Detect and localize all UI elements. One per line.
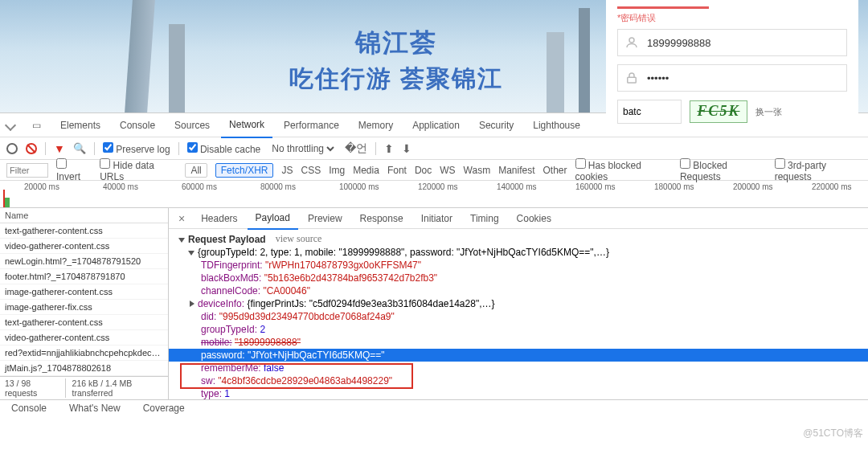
payload-field[interactable]: did: "995d9d39d23494770bdcde7068af24a9" xyxy=(169,310,868,323)
request-item[interactable]: image-gatherer-content.css xyxy=(0,284,168,300)
tab-security[interactable]: Security xyxy=(471,113,522,137)
payload-field[interactable]: sw: "4c8bf36cdcbe28929e04863ab4498229" xyxy=(169,374,868,387)
hide-data-urls-checkbox[interactable]: Hide data URLs xyxy=(100,158,177,182)
timeline-marker xyxy=(3,190,5,207)
network-timeline[interactable]: 20000 ms 40000 ms 60000 ms 80000 ms 1000… xyxy=(0,181,868,208)
search-icon[interactable]: 🔍 xyxy=(73,142,86,154)
type-all[interactable]: All xyxy=(185,163,207,178)
tab-elements[interactable]: Elements xyxy=(52,113,108,137)
tab-network[interactable]: Network xyxy=(221,112,272,138)
tab-memory[interactable]: Memory xyxy=(350,113,401,137)
type-css[interactable]: CSS xyxy=(301,165,321,176)
payload-field[interactable]: mobile: "18999998888" xyxy=(169,336,868,349)
tab-timing[interactable]: Timing xyxy=(462,208,507,229)
type-font[interactable]: Font xyxy=(387,165,407,176)
devtools-panel: ▭ Elements Console Sources Network Perfo… xyxy=(0,112,868,419)
payload-field[interactable]: type: 1 xyxy=(169,387,868,399)
disable-cache-checkbox[interactable]: Disable cache xyxy=(187,142,261,155)
tab-cookies[interactable]: Cookies xyxy=(509,208,559,229)
tab-performance[interactable]: Performance xyxy=(276,113,347,137)
type-wasm[interactable]: Wasm xyxy=(464,165,491,176)
view-source-link[interactable]: view source xyxy=(276,233,322,245)
tab-lighthouse[interactable]: Lighthouse xyxy=(525,113,588,137)
payload-panel: × Headers Payload Preview Response Initi… xyxy=(169,208,868,399)
request-list: Name text-gatherer-content.cssvideo-gath… xyxy=(0,208,169,399)
phone-field-wrapper xyxy=(617,29,847,56)
request-item[interactable]: text-gatherer-content.css xyxy=(0,315,168,330)
blocked-requests-checkbox[interactable]: Blocked Requests xyxy=(680,158,767,182)
tab-headers[interactable]: Headers xyxy=(193,208,245,229)
record-button[interactable] xyxy=(6,143,18,154)
network-toolbar: ▼ 🔍 Preserve log Disable cache No thrott… xyxy=(0,137,868,160)
payload-field[interactable]: password: "JfYot+NjHbQacTYI6d5KMQ==" xyxy=(169,349,868,362)
type-manifest[interactable]: Manifest xyxy=(498,165,534,176)
tab-application[interactable]: Application xyxy=(404,113,468,137)
captcha-refresh-link[interactable]: 换一张 xyxy=(755,106,782,118)
lock-icon xyxy=(624,71,639,85)
wifi-icon[interactable]: �언 xyxy=(345,141,367,156)
type-fetch-xhr[interactable]: Fetch/XHR xyxy=(215,163,274,178)
svg-point-0 xyxy=(629,38,634,43)
payload-field[interactable]: groupTypeId: 2 xyxy=(169,323,868,336)
request-item[interactable]: image-gatherer-fix.css xyxy=(0,300,168,315)
hero-title-2: 吃住行游 荟聚锦江 xyxy=(289,63,503,96)
drawer-tab-whats-new[interactable]: What's New xyxy=(58,400,132,419)
request-item[interactable]: jtMain.js?_1704878802618 xyxy=(0,361,168,376)
payload-field[interactable]: deviceInfo: {fingerPrintJs: "c5df0294fd9… xyxy=(169,297,868,310)
type-other[interactable]: Other xyxy=(543,165,567,176)
type-doc[interactable]: Doc xyxy=(415,165,432,176)
svg-rect-1 xyxy=(628,77,637,83)
upload-icon[interactable]: ⬆ xyxy=(384,142,394,155)
third-party-checkbox[interactable]: 3rd-party requests xyxy=(775,158,862,182)
device-toggle-icon[interactable]: ▭ xyxy=(24,113,49,137)
filter-input[interactable] xyxy=(6,163,48,178)
network-filter-bar: Invert Hide data URLs All Fetch/XHR JS C… xyxy=(0,160,868,181)
clear-button[interactable] xyxy=(26,143,37,154)
drawer-tab-console[interactable]: Console xyxy=(0,400,58,419)
type-js[interactable]: JS xyxy=(281,165,293,176)
type-img[interactable]: Img xyxy=(329,165,345,176)
request-item[interactable]: video-gatherer-content.css xyxy=(0,239,168,254)
login-card: *密码错误 FC5K 换一张 xyxy=(606,0,858,132)
hero-title-1: 锦江荟 xyxy=(289,26,503,61)
invert-checkbox[interactable]: Invert xyxy=(56,158,92,182)
request-list-header: Name xyxy=(0,208,168,223)
expand-icon[interactable] xyxy=(178,238,185,243)
login-error-text: *密码错误 xyxy=(617,12,847,24)
preserve-log-checkbox[interactable]: Preserve log xyxy=(103,142,170,155)
tab-preview[interactable]: Preview xyxy=(300,208,350,229)
login-tab-indicator xyxy=(617,6,709,9)
request-item[interactable]: footer.html?_=1704878791870 xyxy=(0,269,168,284)
devtools-drawer: Console What's New Coverage xyxy=(0,399,868,419)
tab-response[interactable]: Response xyxy=(352,208,411,229)
close-detail-icon[interactable]: × xyxy=(172,208,191,229)
type-ws[interactable]: WS xyxy=(440,165,455,176)
payload-field[interactable]: channelCode: "CA00046" xyxy=(169,284,868,297)
hero-banner: 锦江荟 吃住行游 荟聚锦江 *密码错误 FC5K 换一张 xyxy=(0,0,868,112)
captcha-image[interactable]: FC5K xyxy=(690,100,747,123)
request-item[interactable]: text-gatherer-content.css xyxy=(0,223,168,239)
payload-field[interactable]: TDFingerprint: "rWPHn1704878793gx0oKFFSM… xyxy=(169,259,868,272)
filter-icon[interactable]: ▼ xyxy=(54,142,65,155)
inspect-icon[interactable] xyxy=(5,119,16,130)
request-item[interactable]: red?extid=nnjjahlikiabnchcpehcpkdeckfg.. xyxy=(0,346,168,361)
type-media[interactable]: Media xyxy=(353,165,379,176)
tab-initiator[interactable]: Initiator xyxy=(413,208,461,229)
tab-payload[interactable]: Payload xyxy=(248,207,298,230)
expand-icon[interactable] xyxy=(188,251,194,256)
has-blocked-cookies-checkbox[interactable]: Has blocked cookies xyxy=(575,158,672,182)
captcha-input[interactable] xyxy=(617,100,682,124)
payload-field[interactable]: rememberMe: false xyxy=(169,362,868,374)
tower-decoration xyxy=(125,0,155,112)
tab-sources[interactable]: Sources xyxy=(166,113,218,137)
phone-input[interactable] xyxy=(647,37,840,49)
password-input[interactable] xyxy=(647,72,840,84)
request-item[interactable]: video-gatherer-content.css xyxy=(0,330,168,346)
download-icon[interactable]: ⬇ xyxy=(402,142,411,155)
expand-icon[interactable] xyxy=(190,301,194,307)
payload-field[interactable]: blackBoxMd5: "5b163e6b2d43784baf9653742d… xyxy=(169,272,868,284)
request-item[interactable]: newLogin.html?_=1704878791520 xyxy=(0,254,168,269)
throttling-select[interactable]: No throttling xyxy=(268,142,337,155)
tab-console[interactable]: Console xyxy=(112,113,163,137)
drawer-tab-coverage[interactable]: Coverage xyxy=(132,400,196,419)
